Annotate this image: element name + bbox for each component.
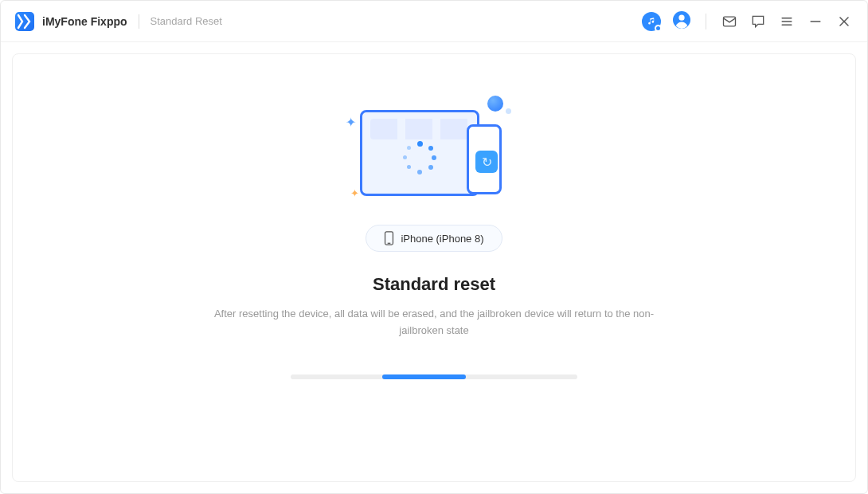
sparkle-icon: ✦ bbox=[350, 187, 359, 199]
breadcrumb: Standard Reset bbox=[151, 15, 222, 27]
phone-app-icon: ↻ bbox=[475, 151, 498, 173]
phone-icon bbox=[384, 231, 394, 245]
progress-fill bbox=[382, 374, 465, 379]
close-button[interactable] bbox=[835, 13, 853, 30]
menu-icon[interactable] bbox=[778, 13, 796, 30]
progress-bar bbox=[291, 374, 577, 379]
account-icon[interactable] bbox=[672, 10, 691, 33]
phone-graphic: ↻ bbox=[467, 124, 502, 194]
feedback-icon[interactable] bbox=[749, 13, 767, 30]
sphere-graphic bbox=[487, 96, 503, 112]
minimize-button[interactable] bbox=[807, 13, 824, 30]
mail-icon[interactable] bbox=[721, 13, 738, 30]
music-transfer-icon[interactable] bbox=[642, 12, 661, 31]
search-badge-icon bbox=[655, 25, 662, 32]
titlebar-actions bbox=[642, 10, 853, 33]
app-logo-icon bbox=[15, 12, 34, 31]
app-window: iMyFone Fixppo Standard Reset bbox=[0, 0, 868, 494]
titlebar-divider bbox=[706, 14, 706, 29]
main-card: ✦ ↻ ✦ iPhone (iPhone 8) Standard reset A… bbox=[12, 53, 856, 482]
titlebar: iMyFone Fixppo Standard Reset bbox=[1, 1, 867, 42]
device-label: iPhone (iPhone 8) bbox=[401, 233, 483, 245]
app-name: iMyFone Fixppo bbox=[42, 15, 127, 28]
svg-rect-2 bbox=[724, 17, 736, 26]
spinner-icon bbox=[403, 141, 436, 174]
sparkle-icon: ✦ bbox=[346, 115, 356, 130]
tablet-graphic bbox=[360, 110, 479, 196]
page-heading: Standard reset bbox=[373, 274, 495, 295]
title-separator bbox=[139, 14, 139, 29]
reset-illustration: ✦ ↻ ✦ bbox=[350, 94, 518, 206]
content-area: ✦ ↻ ✦ iPhone (iPhone 8) Standard reset A… bbox=[1, 42, 867, 493]
page-description: After resetting the device, all data wil… bbox=[211, 306, 657, 339]
device-pill: iPhone (iPhone 8) bbox=[366, 225, 502, 252]
svg-point-1 bbox=[678, 14, 684, 20]
